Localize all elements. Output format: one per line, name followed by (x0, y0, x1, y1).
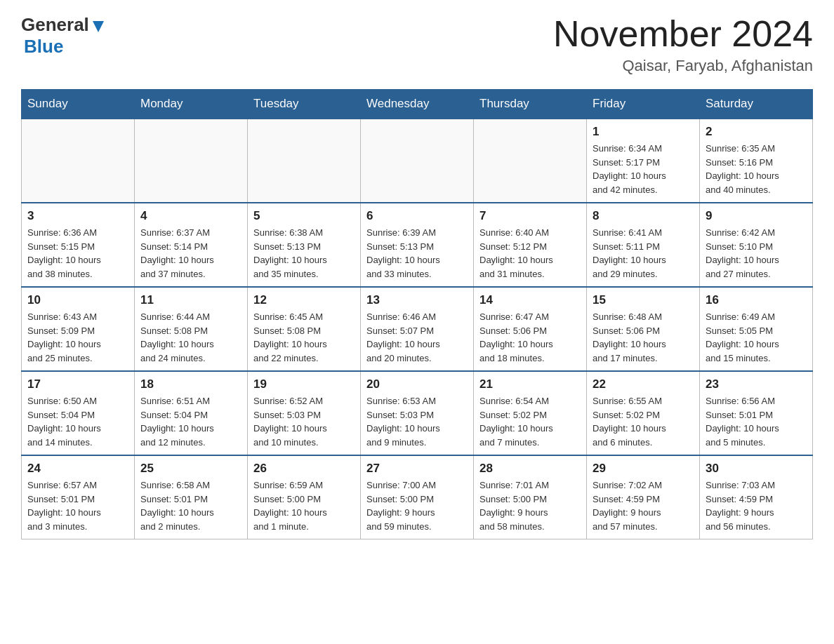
day-number: 30 (706, 462, 807, 476)
day-number: 23 (706, 377, 807, 391)
day-info: Sunrise: 6:50 AM Sunset: 5:04 PM Dayligh… (27, 394, 128, 449)
calendar-cell: 23Sunrise: 6:56 AM Sunset: 5:01 PM Dayli… (700, 371, 813, 455)
calendar-cell: 12Sunrise: 6:45 AM Sunset: 5:08 PM Dayli… (248, 287, 361, 371)
weekday-header-saturday: Saturday (700, 90, 813, 119)
week-row-1: 1Sunrise: 6:34 AM Sunset: 5:17 PM Daylig… (22, 119, 813, 203)
day-info: Sunrise: 6:36 AM Sunset: 5:15 PM Dayligh… (27, 226, 128, 281)
page-header: General Blue November 2024 Qaisar, Farya… (21, 14, 813, 75)
day-number: 14 (479, 293, 581, 307)
day-info: Sunrise: 7:01 AM Sunset: 5:00 PM Dayligh… (479, 478, 581, 533)
calendar-cell: 14Sunrise: 6:47 AM Sunset: 5:06 PM Dayli… (474, 287, 587, 371)
title-section: November 2024 Qaisar, Faryab, Afghanista… (553, 14, 813, 75)
day-number: 8 (593, 209, 694, 223)
weekday-header-tuesday: Tuesday (248, 90, 361, 119)
calendar-cell: 6Sunrise: 6:39 AM Sunset: 5:13 PM Daylig… (361, 203, 474, 287)
calendar-cell: 3Sunrise: 6:36 AM Sunset: 5:15 PM Daylig… (22, 203, 135, 287)
logo-blue-text: Blue (24, 36, 63, 57)
day-number: 29 (593, 462, 694, 476)
calendar-cell: 22Sunrise: 6:55 AM Sunset: 5:02 PM Dayli… (587, 371, 700, 455)
calendar-cell: 15Sunrise: 6:48 AM Sunset: 5:06 PM Dayli… (587, 287, 700, 371)
day-info: Sunrise: 6:45 AM Sunset: 5:08 PM Dayligh… (253, 310, 355, 365)
day-info: Sunrise: 7:02 AM Sunset: 4:59 PM Dayligh… (593, 478, 694, 533)
calendar-cell: 17Sunrise: 6:50 AM Sunset: 5:04 PM Dayli… (22, 371, 135, 455)
month-title: November 2024 (553, 14, 813, 54)
day-info: Sunrise: 6:52 AM Sunset: 5:03 PM Dayligh… (253, 394, 355, 449)
calendar-header-row: SundayMondayTuesdayWednesdayThursdayFrid… (22, 90, 813, 119)
logo: General Blue (21, 14, 106, 58)
day-number: 5 (253, 209, 355, 223)
day-number: 28 (479, 462, 581, 476)
day-number: 27 (366, 462, 468, 476)
day-info: Sunrise: 6:49 AM Sunset: 5:05 PM Dayligh… (706, 310, 807, 365)
calendar-cell: 19Sunrise: 6:52 AM Sunset: 5:03 PM Dayli… (248, 371, 361, 455)
calendar-cell (135, 119, 248, 203)
day-number: 9 (706, 209, 807, 223)
calendar-cell: 1Sunrise: 6:34 AM Sunset: 5:17 PM Daylig… (587, 119, 700, 203)
day-number: 25 (140, 462, 241, 476)
day-number: 13 (366, 293, 468, 307)
day-number: 20 (366, 377, 468, 391)
calendar-cell: 8Sunrise: 6:41 AM Sunset: 5:11 PM Daylig… (587, 203, 700, 287)
day-info: Sunrise: 6:55 AM Sunset: 5:02 PM Dayligh… (593, 394, 694, 449)
weekday-header-sunday: Sunday (22, 90, 135, 119)
day-info: Sunrise: 6:56 AM Sunset: 5:01 PM Dayligh… (706, 394, 807, 449)
weekday-header-wednesday: Wednesday (361, 90, 474, 119)
calendar-cell: 7Sunrise: 6:40 AM Sunset: 5:12 PM Daylig… (474, 203, 587, 287)
day-info: Sunrise: 6:34 AM Sunset: 5:17 PM Dayligh… (593, 142, 694, 196)
day-info: Sunrise: 6:47 AM Sunset: 5:06 PM Dayligh… (479, 310, 581, 365)
calendar-cell: 27Sunrise: 7:00 AM Sunset: 5:00 PM Dayli… (361, 455, 474, 539)
calendar-cell (248, 119, 361, 203)
day-number: 2 (706, 125, 807, 139)
day-info: Sunrise: 6:57 AM Sunset: 5:01 PM Dayligh… (27, 478, 128, 533)
day-info: Sunrise: 6:40 AM Sunset: 5:12 PM Dayligh… (479, 226, 581, 281)
calendar-cell: 26Sunrise: 6:59 AM Sunset: 5:00 PM Dayli… (248, 455, 361, 539)
weekday-header-friday: Friday (587, 90, 700, 119)
calendar-table: SundayMondayTuesdayWednesdayThursdayFrid… (21, 89, 813, 539)
calendar-cell: 16Sunrise: 6:49 AM Sunset: 5:05 PM Dayli… (700, 287, 813, 371)
week-row-3: 10Sunrise: 6:43 AM Sunset: 5:09 PM Dayli… (22, 287, 813, 371)
day-number: 21 (479, 377, 581, 391)
day-number: 1 (593, 125, 694, 139)
day-info: Sunrise: 6:38 AM Sunset: 5:13 PM Dayligh… (253, 226, 355, 281)
day-info: Sunrise: 6:43 AM Sunset: 5:09 PM Dayligh… (27, 310, 128, 365)
day-info: Sunrise: 6:58 AM Sunset: 5:01 PM Dayligh… (140, 478, 241, 533)
logo-general-text: General (21, 14, 89, 36)
weekday-header-monday: Monday (135, 90, 248, 119)
svg-marker-0 (93, 21, 104, 32)
day-number: 15 (593, 293, 694, 307)
day-info: Sunrise: 6:46 AM Sunset: 5:07 PM Dayligh… (366, 310, 468, 365)
week-row-5: 24Sunrise: 6:57 AM Sunset: 5:01 PM Dayli… (22, 455, 813, 539)
day-number: 18 (140, 377, 241, 391)
day-number: 16 (706, 293, 807, 307)
calendar-cell: 25Sunrise: 6:58 AM Sunset: 5:01 PM Dayli… (135, 455, 248, 539)
day-info: Sunrise: 6:35 AM Sunset: 5:16 PM Dayligh… (706, 142, 807, 196)
day-info: Sunrise: 6:53 AM Sunset: 5:03 PM Dayligh… (366, 394, 468, 449)
day-number: 11 (140, 293, 241, 307)
calendar-cell: 24Sunrise: 6:57 AM Sunset: 5:01 PM Dayli… (22, 455, 135, 539)
day-number: 24 (27, 462, 128, 476)
day-number: 4 (140, 209, 241, 223)
calendar-cell: 21Sunrise: 6:54 AM Sunset: 5:02 PM Dayli… (474, 371, 587, 455)
day-info: Sunrise: 6:41 AM Sunset: 5:11 PM Dayligh… (593, 226, 694, 281)
location-subtitle: Qaisar, Faryab, Afghanistan (553, 57, 813, 75)
day-info: Sunrise: 6:37 AM Sunset: 5:14 PM Dayligh… (140, 226, 241, 281)
calendar-cell: 20Sunrise: 6:53 AM Sunset: 5:03 PM Dayli… (361, 371, 474, 455)
calendar-cell: 11Sunrise: 6:44 AM Sunset: 5:08 PM Dayli… (135, 287, 248, 371)
week-row-4: 17Sunrise: 6:50 AM Sunset: 5:04 PM Dayli… (22, 371, 813, 455)
week-row-2: 3Sunrise: 6:36 AM Sunset: 5:15 PM Daylig… (22, 203, 813, 287)
day-number: 22 (593, 377, 694, 391)
day-number: 19 (253, 377, 355, 391)
day-number: 10 (27, 293, 128, 307)
day-info: Sunrise: 6:51 AM Sunset: 5:04 PM Dayligh… (140, 394, 241, 449)
day-info: Sunrise: 7:00 AM Sunset: 5:00 PM Dayligh… (366, 478, 468, 533)
day-info: Sunrise: 6:42 AM Sunset: 5:10 PM Dayligh… (706, 226, 807, 281)
calendar-cell: 13Sunrise: 6:46 AM Sunset: 5:07 PM Dayli… (361, 287, 474, 371)
day-info: Sunrise: 6:48 AM Sunset: 5:06 PM Dayligh… (593, 310, 694, 365)
calendar-cell: 29Sunrise: 7:02 AM Sunset: 4:59 PM Dayli… (587, 455, 700, 539)
day-number: 3 (27, 209, 128, 223)
day-info: Sunrise: 6:59 AM Sunset: 5:00 PM Dayligh… (253, 478, 355, 533)
weekday-header-thursday: Thursday (474, 90, 587, 119)
calendar-cell (22, 119, 135, 203)
day-info: Sunrise: 6:54 AM Sunset: 5:02 PM Dayligh… (479, 394, 581, 449)
calendar-cell: 5Sunrise: 6:38 AM Sunset: 5:13 PM Daylig… (248, 203, 361, 287)
